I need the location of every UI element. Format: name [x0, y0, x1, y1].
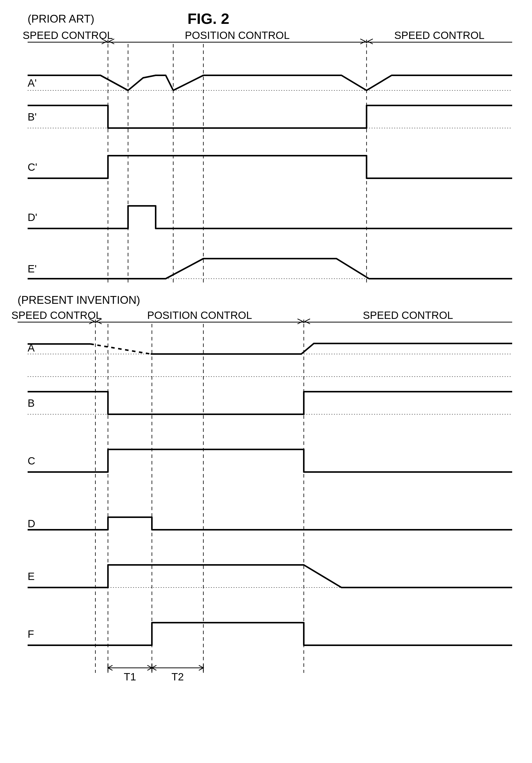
signal-trace-Dp — [28, 206, 512, 229]
signal-trace-E — [28, 565, 512, 588]
signal-trace-Ap — [28, 75, 512, 90]
signal-trace-A-dashed — [90, 344, 151, 354]
time-span-label-t1: T1 — [124, 671, 136, 683]
signal-trace-Bp — [28, 105, 512, 128]
signal-trace-D — [28, 517, 512, 530]
signal-trace-Cp — [28, 156, 512, 178]
signal-label-E: E — [28, 571, 35, 582]
signal-trace-C — [28, 449, 512, 472]
signal-label-B: B — [28, 397, 35, 409]
signal-label-Bp: B' — [28, 111, 37, 123]
region-label-position_control: POSITION CONTROL — [147, 309, 252, 321]
signal-label-F: F — [28, 628, 34, 640]
figure-title: FIG. 2 — [187, 10, 230, 27]
signal-trace-Ep — [28, 259, 512, 279]
region-label-speed_control: SPEED CONTROL — [394, 29, 484, 41]
signal-label-Dp: D' — [28, 211, 37, 223]
arrow-right-icon — [297, 319, 302, 324]
signal-trace-A-2 — [151, 344, 512, 354]
signal-label-Cp: C' — [28, 161, 37, 173]
signal-trace-F — [28, 623, 512, 645]
prior-art-label: (PRIOR ART) — [28, 13, 94, 25]
signal-trace-B — [28, 392, 512, 414]
arrow-right-icon — [360, 39, 365, 44]
signal-label-Ep: E' — [28, 263, 37, 275]
arrow-left-icon — [368, 39, 373, 44]
region-label-speed_control: SPEED CONTROL — [363, 309, 453, 321]
region-label-speed_control: SPEED CONTROL — [11, 309, 101, 321]
time-span-label-t2: T2 — [171, 671, 184, 683]
signal-label-C: C — [28, 455, 35, 467]
region-label-speed_control: SPEED CONTROL — [23, 29, 113, 41]
arrow-left-icon — [305, 319, 310, 324]
timing-diagram-svg: (PRIOR ART)FIG. 2SPEED CONTROLPOSITION C… — [10, 10, 522, 688]
present-invention-label: (PRESENT INVENTION) — [18, 294, 140, 306]
signal-label-D: D — [28, 518, 35, 529]
signal-label-Ap: A' — [28, 77, 37, 89]
region-label-position_control: POSITION CONTROL — [185, 29, 290, 41]
figure-2: (PRIOR ART)FIG. 2SPEED CONTROLPOSITION C… — [10, 10, 522, 753]
